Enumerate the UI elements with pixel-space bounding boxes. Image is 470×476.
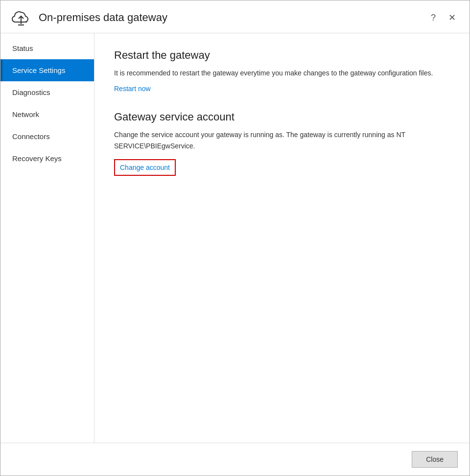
title-bar: On-premises data gateway ? ✕	[0, 0, 470, 33]
sidebar-item-service-settings[interactable]: Service Settings	[0, 59, 94, 81]
restart-section: Restart the gateway It is recommended to…	[114, 49, 450, 93]
restart-description: It is recommended to restart the gateway…	[114, 68, 450, 78]
sidebar-item-status[interactable]: Status	[0, 37, 94, 59]
sidebar-item-diagnostics[interactable]: Diagnostics	[0, 81, 94, 103]
sidebar-item-recovery-keys[interactable]: Recovery Keys	[0, 147, 94, 169]
footer: Close	[0, 443, 470, 476]
service-account-description: Change the service account your gateway …	[114, 129, 450, 151]
sidebar-item-network[interactable]: Network	[0, 103, 94, 125]
cloud-gateway-icon	[10, 8, 32, 27]
help-button[interactable]: ?	[427, 11, 440, 24]
app-window: On-premises data gateway ? ✕ Status Serv…	[0, 0, 470, 476]
service-account-section: Gateway service account Change the servi…	[114, 111, 450, 176]
sidebar: Status Service Settings Diagnostics Netw…	[0, 33, 94, 443]
restart-now-link[interactable]: Restart now	[114, 85, 151, 93]
service-account-title: Gateway service account	[114, 111, 450, 123]
change-account-link[interactable]: Change account	[120, 164, 170, 171]
restart-title: Restart the gateway	[114, 49, 450, 62]
sidebar-item-connectors[interactable]: Connectors	[0, 125, 94, 147]
main-content: Status Service Settings Diagnostics Netw…	[0, 33, 470, 443]
close-button[interactable]: Close	[412, 451, 458, 468]
title-bar-left: On-premises data gateway	[10, 8, 167, 27]
window-close-button[interactable]: ✕	[445, 11, 460, 24]
change-account-box: Change account	[114, 159, 176, 176]
window-title: On-premises data gateway	[39, 11, 167, 24]
content-area: Restart the gateway It is recommended to…	[94, 33, 470, 443]
title-bar-controls: ? ✕	[427, 11, 460, 24]
